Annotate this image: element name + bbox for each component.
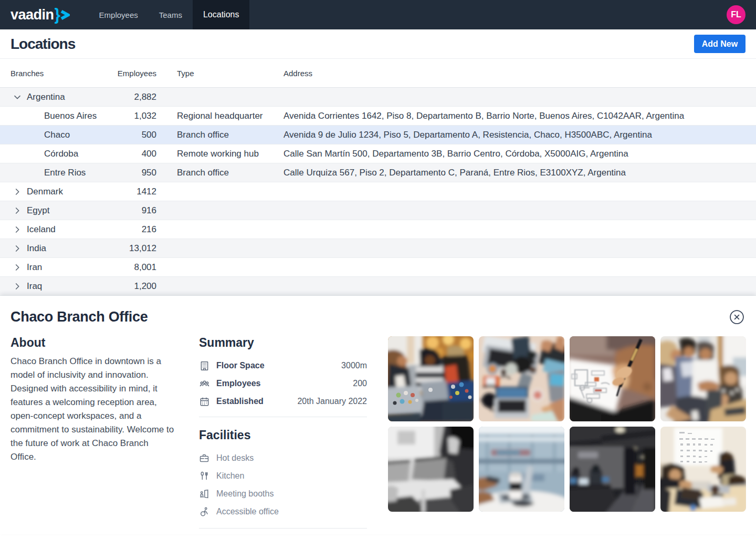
svg-text:}: } [55,5,60,24]
